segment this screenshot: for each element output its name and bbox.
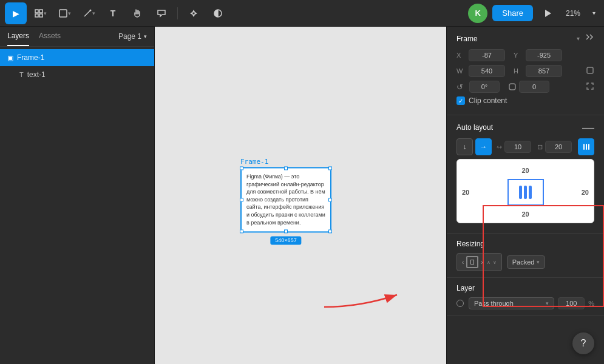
pad-bar-3 — [529, 186, 532, 199]
corner-input[interactable] — [519, 81, 549, 93]
al-align-btn[interactable] — [578, 138, 594, 155]
main-area: Layers Assets Page 1 ▾ ▣ Frame-1 T text-… — [0, 27, 604, 364]
svg-point-5 — [89, 9, 91, 11]
blend-mode-btn[interactable]: Pass through ▾ — [469, 297, 554, 309]
layer-frame1[interactable]: ▣ Frame-1 — [0, 49, 154, 66]
zoom-dropdown[interactable]: ▾ — [589, 7, 599, 19]
svg-rect-3 — [39, 14, 42, 17]
text-tool[interactable]: T — [102, 2, 124, 24]
rotation-corner-row: ↺ — [456, 81, 594, 93]
svg-marker-8 — [545, 10, 551, 17]
link-dimensions-btn[interactable] — [586, 66, 594, 76]
rotation-icon: ↺ — [456, 83, 463, 92]
al-direction-down[interactable]: ↓ — [456, 138, 473, 155]
arrow-pointer — [318, 283, 403, 315]
select-tool[interactable]: ▶ — [5, 2, 27, 24]
w-input[interactable] — [469, 65, 505, 77]
panel-tabs: Layers Assets Page 1 ▾ — [0, 27, 154, 47]
frame-section: Frame ▾ X Y W H — [447, 27, 604, 115]
al-spacing-input[interactable] — [504, 141, 531, 153]
clip-content-label: Clip content — [469, 96, 507, 105]
y-input[interactable] — [526, 49, 562, 61]
canvas-content: Frame-1 Figma (Фигма) — это графический … — [240, 158, 331, 232]
packed-label: Packed — [512, 258, 535, 266]
padding-popup: 20 20 20 20 — [456, 159, 594, 223]
resizing-controls: ‹ › ∧ ∨ Packed ▾ — [456, 253, 594, 271]
inner-frame — [470, 260, 474, 265]
play-button[interactable] — [538, 4, 557, 23]
toolbar-divider — [177, 7, 178, 19]
svg-rect-10 — [587, 67, 593, 73]
layer-section: Layer Pass through ▾ % — [447, 278, 604, 316]
resizing-header: Resizing — [456, 240, 594, 248]
al-spacing-row: ⇿ — [497, 138, 531, 155]
pad-left-val: 20 — [462, 189, 469, 196]
rotation-input[interactable] — [469, 81, 500, 93]
auto-layout-title: Auto layout — [456, 123, 493, 132]
layer-blend-row: Pass through ▾ % — [456, 297, 594, 309]
al-direction-right[interactable]: → — [475, 138, 492, 155]
al-padding-input[interactable] — [545, 141, 572, 153]
al-padding-icon: ⊡ — [537, 143, 543, 151]
frame-box[interactable]: Figma (Фигма) — это графический онлайн-р… — [240, 167, 331, 232]
comment-tool[interactable] — [151, 2, 172, 24]
mask-tool[interactable] — [207, 2, 229, 24]
avatar[interactable]: K — [468, 4, 487, 23]
wh-row: W H — [456, 65, 594, 77]
pad-right-val: 20 — [582, 189, 589, 196]
layer-list: ▣ Frame-1 T text-1 — [0, 47, 154, 86]
frame-tool[interactable]: ▾ — [29, 2, 51, 24]
clip-content-checkbox[interactable]: ✓ — [456, 96, 465, 105]
left-panel: Layers Assets Page 1 ▾ ▣ Frame-1 T text-… — [0, 27, 155, 364]
resizing-frame-btn[interactable]: ‹ › ∧ ∨ — [456, 253, 502, 271]
opacity-input[interactable] — [558, 297, 585, 309]
assets-tab[interactable]: Assets — [39, 32, 61, 46]
layer-text1[interactable]: T text-1 — [0, 66, 154, 83]
resizing-frame-icon — [466, 256, 478, 268]
corner-icon — [508, 83, 517, 91]
svg-rect-13 — [586, 144, 587, 150]
component-tool[interactable] — [183, 2, 205, 24]
frame-dropdown-arrow: ▾ — [577, 35, 580, 42]
xy-row: X Y — [456, 49, 594, 61]
shape-tool[interactable]: ▾ — [53, 2, 75, 24]
frame-section-title: Frame — [456, 35, 478, 43]
packed-btn[interactable]: Packed ▾ — [507, 255, 546, 269]
help-button[interactable]: ? — [572, 332, 594, 354]
fullscreen-btn[interactable] — [586, 82, 594, 92]
page-selector[interactable]: Page 1 ▾ — [118, 32, 147, 46]
resizing-arrow-up: ∧ — [487, 260, 490, 265]
x-input[interactable] — [469, 49, 505, 61]
svg-rect-14 — [588, 144, 589, 150]
blend-mode-icon — [456, 300, 464, 307]
auto-layout-section: Auto layout — ↓ → ⇿ ⊡ — [447, 115, 604, 234]
frame-icon: ▣ — [7, 54, 13, 62]
resizing-arrow-right: › — [481, 259, 483, 266]
resizing-section: Resizing ‹ › ∧ ∨ Packed ▾ — [447, 234, 604, 278]
frame-collapse-btn[interactable] — [585, 33, 594, 44]
svg-rect-12 — [583, 144, 585, 150]
share-button[interactable]: Share — [492, 5, 533, 21]
h-label: H — [514, 67, 522, 75]
y-label: Y — [514, 52, 522, 59]
pad-icon-bars — [519, 186, 532, 199]
pen-tool[interactable]: ▾ — [78, 2, 100, 24]
toolbar: ▶ ▾ ▾ ▾ T K Share 21% ▾ — [0, 0, 604, 27]
svg-rect-1 — [39, 10, 42, 13]
al-direction-buttons: ↓ → ⇿ ⊡ — [456, 138, 594, 155]
frame-size-badge: 540×657 — [270, 237, 301, 245]
corner-row — [508, 81, 549, 93]
zoom-level[interactable]: 21% — [562, 7, 584, 20]
frame-section-header: Frame ▾ — [456, 33, 594, 44]
hand-tool[interactable] — [126, 2, 148, 24]
right-panel: Frame ▾ X Y W H — [446, 27, 604, 364]
pad-bottom-val: 20 — [462, 211, 589, 218]
frame-text: Figma (Фигма) — это графический онлайн-р… — [242, 168, 330, 231]
canvas-area[interactable]: Frame-1 Figma (Фигма) — это графический … — [155, 27, 446, 364]
layers-tab[interactable]: Layers — [7, 32, 29, 46]
al-padding-row: ⊡ — [537, 138, 572, 155]
pad-mid-row: 20 20 — [462, 179, 589, 206]
auto-layout-collapse[interactable]: — — [582, 121, 594, 133]
h-input[interactable] — [526, 65, 562, 77]
pad-bar-2 — [524, 186, 527, 199]
